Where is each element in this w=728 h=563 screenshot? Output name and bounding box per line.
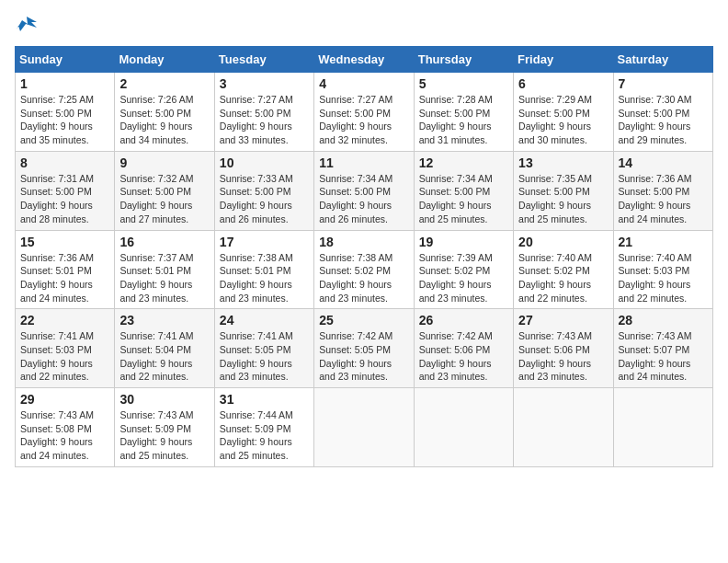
day-detail: Sunrise: 7:41 AMSunset: 5:03 PMDaylight:… <box>20 329 109 384</box>
day-detail: Sunrise: 7:32 AMSunset: 5:00 PMDaylight:… <box>119 172 209 226</box>
calendar-cell: 25Sunrise: 7:42 AMSunset: 5:05 PMDayligh… <box>314 309 414 388</box>
day-number: 22 <box>20 313 109 327</box>
day-number: 20 <box>518 235 608 249</box>
svg-marker-0 <box>17 17 37 31</box>
calendar-week-row: 29Sunrise: 7:43 AMSunset: 5:08 PMDayligh… <box>16 388 713 467</box>
calendar-cell: 18Sunrise: 7:38 AMSunset: 5:02 PMDayligh… <box>314 230 414 309</box>
calendar-cell: 6Sunrise: 7:29 AMSunset: 5:00 PMDaylight… <box>514 73 613 152</box>
day-detail: Sunrise: 7:38 AMSunset: 5:02 PMDaylight:… <box>319 251 408 305</box>
calendar-cell: 2Sunrise: 7:26 AMSunset: 5:00 PMDaylight… <box>115 73 214 152</box>
day-detail: Sunrise: 7:43 AMSunset: 5:08 PMDaylight:… <box>20 408 109 463</box>
day-number: 28 <box>619 313 708 327</box>
day-detail: Sunrise: 7:43 AMSunset: 5:09 PMDaylight:… <box>119 408 209 463</box>
calendar-week-row: 15Sunrise: 7:36 AMSunset: 5:01 PMDayligh… <box>16 230 713 309</box>
calendar-cell <box>414 388 513 467</box>
day-detail: Sunrise: 7:27 AMSunset: 5:00 PMDaylight:… <box>319 93 408 147</box>
calendar-cell <box>613 388 712 467</box>
calendar-cell: 4Sunrise: 7:27 AMSunset: 5:00 PMDaylight… <box>314 73 414 152</box>
day-number: 7 <box>619 76 708 91</box>
calendar-cell: 27Sunrise: 7:43 AMSunset: 5:06 PMDayligh… <box>514 309 613 388</box>
calendar-cell: 20Sunrise: 7:40 AMSunset: 5:02 PMDayligh… <box>514 230 613 309</box>
day-number: 11 <box>319 155 408 170</box>
day-detail: Sunrise: 7:38 AMSunset: 5:01 PMDaylight:… <box>220 251 309 305</box>
calendar-cell: 7Sunrise: 7:30 AMSunset: 5:00 PMDaylight… <box>613 73 712 152</box>
day-number: 3 <box>220 76 309 91</box>
calendar-cell: 19Sunrise: 7:39 AMSunset: 5:02 PMDayligh… <box>414 230 513 309</box>
day-number: 15 <box>20 235 109 249</box>
day-detail: Sunrise: 7:41 AMSunset: 5:04 PMDaylight:… <box>119 329 209 384</box>
calendar-cell <box>314 388 414 467</box>
calendar-cell: 21Sunrise: 7:40 AMSunset: 5:03 PMDayligh… <box>613 230 712 309</box>
calendar-cell: 11Sunrise: 7:34 AMSunset: 5:00 PMDayligh… <box>314 151 414 230</box>
calendar-cell <box>514 388 613 467</box>
day-detail: Sunrise: 7:34 AMSunset: 5:00 PMDaylight:… <box>319 172 408 226</box>
calendar-table: SundayMondayTuesdayWednesdayThursdayFrid… <box>15 46 713 467</box>
day-number: 24 <box>220 313 309 327</box>
calendar-header-row: SundayMondayTuesdayWednesdayThursdayFrid… <box>16 47 713 73</box>
calendar-cell: 3Sunrise: 7:27 AMSunset: 5:00 PMDaylight… <box>214 73 313 152</box>
day-number: 16 <box>119 235 209 249</box>
calendar-cell: 28Sunrise: 7:43 AMSunset: 5:07 PMDayligh… <box>613 309 712 388</box>
calendar-header-friday: Friday <box>514 47 613 73</box>
day-number: 2 <box>119 76 209 91</box>
calendar-cell: 8Sunrise: 7:31 AMSunset: 5:00 PMDaylight… <box>16 151 115 230</box>
day-detail: Sunrise: 7:25 AMSunset: 5:00 PMDaylight:… <box>20 93 109 147</box>
day-number: 19 <box>419 235 508 249</box>
calendar-cell: 30Sunrise: 7:43 AMSunset: 5:09 PMDayligh… <box>115 388 214 467</box>
day-detail: Sunrise: 7:41 AMSunset: 5:05 PMDaylight:… <box>220 329 309 384</box>
day-number: 27 <box>518 313 608 327</box>
day-number: 30 <box>119 392 209 407</box>
day-detail: Sunrise: 7:35 AMSunset: 5:00 PMDaylight:… <box>518 172 608 226</box>
day-number: 1 <box>20 76 109 91</box>
day-detail: Sunrise: 7:31 AMSunset: 5:00 PMDaylight:… <box>20 172 109 226</box>
calendar-cell: 15Sunrise: 7:36 AMSunset: 5:01 PMDayligh… <box>16 230 115 309</box>
day-number: 13 <box>518 155 608 170</box>
day-number: 12 <box>419 155 508 170</box>
day-detail: Sunrise: 7:42 AMSunset: 5:06 PMDaylight:… <box>419 329 508 384</box>
calendar-cell: 31Sunrise: 7:44 AMSunset: 5:09 PMDayligh… <box>214 388 313 467</box>
day-number: 25 <box>319 313 408 327</box>
calendar-cell: 9Sunrise: 7:32 AMSunset: 5:00 PMDaylight… <box>115 151 214 230</box>
day-detail: Sunrise: 7:26 AMSunset: 5:00 PMDaylight:… <box>119 93 209 147</box>
day-number: 31 <box>220 392 309 407</box>
calendar-week-row: 22Sunrise: 7:41 AMSunset: 5:03 PMDayligh… <box>16 309 713 388</box>
calendar-cell: 22Sunrise: 7:41 AMSunset: 5:03 PMDayligh… <box>16 309 115 388</box>
header <box>15 15 713 35</box>
day-number: 5 <box>419 76 508 91</box>
day-detail: Sunrise: 7:27 AMSunset: 5:00 PMDaylight:… <box>220 93 309 147</box>
calendar-cell: 1Sunrise: 7:25 AMSunset: 5:00 PMDaylight… <box>16 73 115 152</box>
calendar-cell: 17Sunrise: 7:38 AMSunset: 5:01 PMDayligh… <box>214 230 313 309</box>
calendar-header-saturday: Saturday <box>613 47 712 73</box>
calendar-cell: 16Sunrise: 7:37 AMSunset: 5:01 PMDayligh… <box>115 230 214 309</box>
day-number: 14 <box>619 155 708 170</box>
day-number: 8 <box>20 155 109 170</box>
logo-bird-icon <box>17 15 37 35</box>
day-detail: Sunrise: 7:34 AMSunset: 5:00 PMDaylight:… <box>419 172 508 226</box>
day-detail: Sunrise: 7:37 AMSunset: 5:01 PMDaylight:… <box>119 251 209 305</box>
day-detail: Sunrise: 7:36 AMSunset: 5:00 PMDaylight:… <box>619 172 708 226</box>
calendar-week-row: 8Sunrise: 7:31 AMSunset: 5:00 PMDaylight… <box>16 151 713 230</box>
calendar-cell: 13Sunrise: 7:35 AMSunset: 5:00 PMDayligh… <box>514 151 613 230</box>
logo <box>15 15 37 35</box>
day-number: 4 <box>319 76 408 91</box>
day-number: 9 <box>119 155 209 170</box>
day-detail: Sunrise: 7:44 AMSunset: 5:09 PMDaylight:… <box>220 408 309 463</box>
calendar-cell: 29Sunrise: 7:43 AMSunset: 5:08 PMDayligh… <box>16 388 115 467</box>
calendar-week-row: 1Sunrise: 7:25 AMSunset: 5:00 PMDaylight… <box>16 73 713 152</box>
day-detail: Sunrise: 7:42 AMSunset: 5:05 PMDaylight:… <box>319 329 408 384</box>
day-number: 21 <box>619 235 708 249</box>
calendar-cell: 26Sunrise: 7:42 AMSunset: 5:06 PMDayligh… <box>414 309 513 388</box>
day-detail: Sunrise: 7:33 AMSunset: 5:00 PMDaylight:… <box>220 172 309 226</box>
calendar-header-tuesday: Tuesday <box>214 47 313 73</box>
calendar-header-sunday: Sunday <box>16 47 115 73</box>
day-number: 29 <box>20 392 109 407</box>
day-number: 23 <box>119 313 209 327</box>
calendar-header-thursday: Thursday <box>414 47 513 73</box>
calendar-cell: 12Sunrise: 7:34 AMSunset: 5:00 PMDayligh… <box>414 151 513 230</box>
day-number: 18 <box>319 235 408 249</box>
day-detail: Sunrise: 7:28 AMSunset: 5:00 PMDaylight:… <box>419 93 508 147</box>
day-detail: Sunrise: 7:40 AMSunset: 5:02 PMDaylight:… <box>518 251 608 305</box>
day-number: 26 <box>419 313 508 327</box>
day-number: 6 <box>518 76 608 91</box>
day-number: 10 <box>220 155 309 170</box>
